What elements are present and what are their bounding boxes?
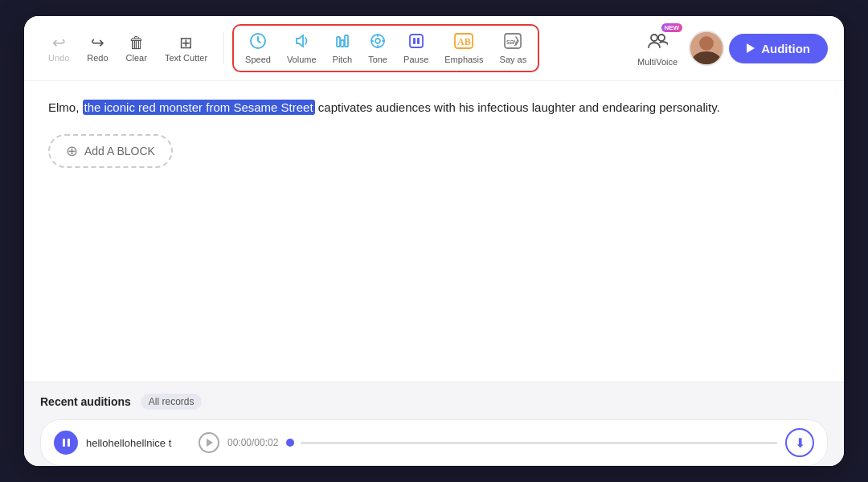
play-icon: [747, 43, 755, 53]
svg-rect-8: [417, 38, 420, 44]
sayas-icon: say: [503, 32, 522, 52]
recent-auditions-label: Recent auditions: [40, 395, 131, 408]
mini-play-icon: [207, 439, 213, 447]
svg-rect-2: [341, 40, 344, 47]
speed-button[interactable]: Speed: [237, 27, 279, 69]
text-before: Elmo,: [48, 100, 83, 114]
download-button[interactable]: ⬇: [785, 428, 814, 457]
svg-rect-7: [413, 38, 416, 44]
text-after: captivates audiences with his infectious…: [315, 100, 720, 114]
text-highlight: the iconic red monster from Sesame Stree…: [83, 100, 315, 115]
avatar: [689, 31, 724, 66]
audition-title: hellohellohellnice t: [86, 437, 190, 449]
svg-rect-3: [345, 35, 348, 47]
pause-bars-icon: [63, 439, 70, 447]
volume-button[interactable]: Volume: [279, 27, 325, 69]
emphasis-icon: AB: [453, 32, 474, 52]
app-container: ↩ Undo ↪ Redo 🗑 Clear ⊞ Text Cutter: [24, 16, 844, 466]
audition-row: hellohellohellnice t 00:00/00:02 ⬇: [40, 419, 828, 466]
pitch-icon: [334, 32, 351, 52]
text-content: Elmo, the iconic red monster from Sesame…: [48, 97, 820, 118]
all-records-label: All records: [149, 396, 194, 407]
audition-label: Audition: [761, 42, 810, 55]
volume-icon: [293, 32, 310, 52]
redo-label: Redo: [87, 53, 108, 63]
sayas-label: Say as: [500, 55, 527, 64]
progress-dot: [286, 439, 294, 447]
add-block-button[interactable]: ⊕ Add A BLOCK: [48, 134, 173, 168]
bottom-panel: Recent auditions All records hellohelloh…: [24, 382, 844, 466]
svg-rect-6: [410, 35, 423, 47]
toolbar-group-effects: Speed Volume: [232, 24, 539, 72]
add-block-icon: ⊕: [66, 142, 78, 160]
audition-button[interactable]: Audition: [729, 34, 828, 63]
sayas-button[interactable]: say Say as: [492, 27, 535, 69]
emphasis-label: Emphasis: [444, 55, 483, 64]
tone-icon: [369, 32, 387, 52]
toolbar: ↩ Undo ↪ Redo 🗑 Clear ⊞ Text Cutter: [24, 16, 844, 81]
speed-icon: [249, 32, 267, 52]
tone-button[interactable]: Tone: [360, 27, 395, 69]
clear-label: Clear: [126, 53, 147, 63]
content-area: Elmo, the iconic red monster from Sesame…: [24, 81, 844, 382]
play-circle-button[interactable]: [199, 432, 219, 453]
undo-label: Undo: [48, 53, 69, 63]
svg-text:AB: AB: [457, 36, 471, 47]
pitch-label: Pitch: [333, 55, 352, 64]
bottom-panel-header: Recent auditions All records: [40, 394, 828, 410]
clear-button[interactable]: 🗑 Clear: [118, 30, 155, 67]
time-label: 00:00/00:02: [227, 437, 278, 448]
pause-label: Pause: [403, 55, 428, 64]
text-cutter-icon: ⊞: [179, 35, 193, 51]
text-cutter-label: Text Cutter: [165, 53, 207, 63]
toolbar-group-basic: ↩ Undo ↪ Redo 🗑 Clear ⊞ Text Cutter: [40, 30, 215, 67]
volume-label: Volume: [287, 55, 317, 64]
clear-icon: 🗑: [129, 35, 145, 51]
redo-button[interactable]: ↪ Redo: [79, 30, 116, 67]
multivoice-button[interactable]: NEW MultiVoice: [631, 27, 684, 70]
speed-label: Speed: [245, 55, 271, 64]
pause-tool-icon: [407, 32, 425, 52]
svg-point-5: [375, 39, 380, 43]
download-icon: ⬇: [795, 435, 805, 451]
pause-circle-button[interactable]: [54, 431, 78, 455]
undo-icon: ↩: [52, 35, 66, 51]
undo-button[interactable]: ↩ Undo: [40, 30, 77, 67]
svg-rect-1: [337, 37, 340, 47]
multivoice-label: MultiVoice: [637, 57, 678, 67]
all-records-button[interactable]: All records: [141, 394, 203, 410]
toolbar-group-right: NEW MultiVoice: [631, 27, 828, 70]
svg-point-16: [699, 36, 714, 51]
pause-button[interactable]: Pause: [395, 27, 436, 69]
svg-point-13: [651, 35, 657, 41]
emphasis-button[interactable]: AB Emphasis: [436, 27, 491, 69]
redo-icon: ↪: [91, 35, 104, 51]
pitch-button[interactable]: Pitch: [325, 27, 360, 69]
text-cutter-button[interactable]: ⊞ Text Cutter: [157, 30, 215, 67]
svg-point-14: [658, 35, 665, 41]
multivoice-icon: [647, 30, 668, 55]
progress-container: [286, 439, 777, 447]
new-badge: NEW: [661, 23, 683, 32]
tone-label: Tone: [368, 55, 387, 64]
progress-bar[interactable]: [301, 442, 777, 444]
toolbar-divider-1: [223, 32, 224, 64]
add-block-label: Add A BLOCK: [84, 145, 155, 157]
